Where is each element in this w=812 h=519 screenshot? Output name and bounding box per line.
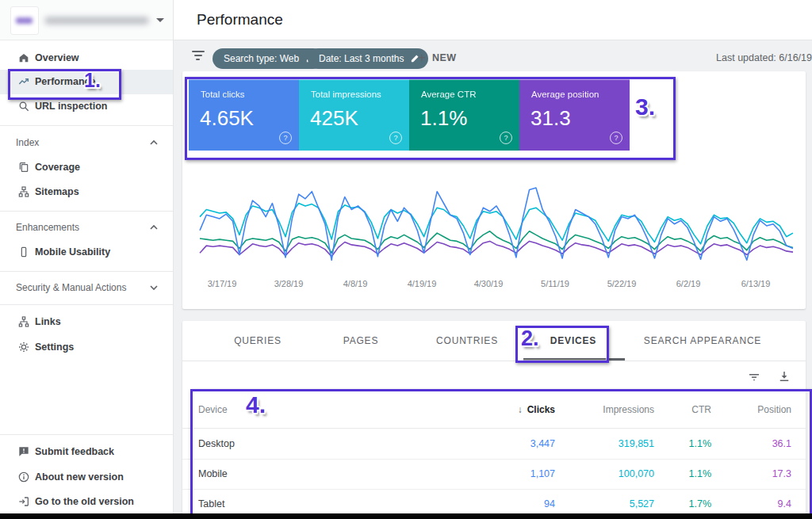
property-selector[interactable] [0,0,173,40]
sidebar-divider [0,271,173,272]
tab-search-appearance[interactable]: SEARCH APPEARANCE [644,335,761,346]
bottom-black-bar [0,513,812,519]
x-axis-tick: 4/30/19 [474,279,504,288]
tab-devices[interactable]: DEVICES [550,335,596,346]
average-position-card[interactable]: Average position 31.3 ? [519,79,630,151]
chevron-down-icon[interactable] [149,284,159,292]
search-console-app: Overview Performance URL inspection Inde… [0,0,812,519]
clicks-cell: 1,107 [530,468,555,479]
card-value: 31.3 [530,106,571,131]
sidebar-item-label: Submit feedback [35,446,114,457]
search-icon [17,100,30,113]
ctr-cell: 1.7% [689,498,712,509]
date-range-chip[interactable]: Date: Last 3 months [308,48,428,69]
help-icon[interactable]: ? [389,132,402,144]
sidebar-section-index[interactable]: Index [0,133,173,152]
device-cell: Tablet [198,498,224,509]
new-filter-button[interactable]: + NEW [418,51,457,64]
column-header-clicks[interactable]: ↓Clicks [518,404,555,415]
table-row-mobile[interactable]: Mobile 1,107 100,070 1.1% 17.3 [182,459,806,490]
chevron-up-icon[interactable] [149,223,159,231]
sidebar-item-mobile-usability[interactable]: Mobile Usability [0,240,173,265]
table-header-row: Device ↓Clicks Impressions CTR Position [182,392,806,429]
total-clicks-card[interactable]: Total clicks 4.65K ? [189,79,299,151]
sidebar-divider [0,304,173,305]
gear-icon [17,341,30,353]
sidebar-divider [0,434,173,435]
sidebar-item-links[interactable]: Links [0,310,173,334]
help-icon[interactable]: ? [500,132,512,144]
sidebar-item-performance[interactable]: Performance [0,70,173,94]
exit-to-app-icon [17,495,30,508]
sidebar-item-label: Coverage [35,162,80,173]
x-axis-tick: 4/19/19 [408,279,437,288]
average-ctr-card[interactable]: Average CTR 1.1% ? [409,79,519,151]
performance-line-chart[interactable] [197,174,796,276]
sidebar-item-label: About new version [35,471,124,483]
impressions-cell: 100,070 [619,468,654,479]
column-header-ctr[interactable]: CTR [691,404,711,415]
sidebar-item-label: Performance [35,76,95,87]
pages-icon [17,161,30,174]
sidebar-item-go-old-version[interactable]: Go to the old version [0,490,173,514]
total-impressions-card[interactable]: Total impressions 425K ? [299,79,409,151]
sidebar-item-about-new-version[interactable]: About new version [0,465,173,490]
ctr-cell: 1.1% [689,468,712,479]
sidebar-item-coverage[interactable]: Coverage [0,155,173,180]
trending-up-icon [17,75,30,88]
tab-countries[interactable]: COUNTRIES [436,335,498,346]
column-header-device[interactable]: Device [198,404,228,415]
sidebar-item-label: Sitemaps [35,186,79,197]
sidebar-item-label: Go to the old version [35,496,134,507]
x-axis-tick: 5/11/19 [541,279,569,288]
page-title: Performance [197,11,283,29]
impressions-cell: 319,851 [619,438,654,449]
download-icon[interactable] [777,369,791,384]
x-axis-tick: 5/22/19 [607,279,637,288]
card-value: 425K [310,106,358,131]
card-label: Average position [531,90,599,99]
sidebar-item-label: Mobile Usability [35,246,110,258]
card-label: Average CTR [421,90,476,99]
sidebar-item-submit-feedback[interactable]: Submit feedback [0,440,173,464]
property-caret-icon[interactable] [156,18,164,22]
sidebar-item-label: Overview [35,52,79,63]
feedback-icon [17,445,30,458]
sidebar-item-sitemaps[interactable]: Sitemaps [0,180,173,204]
impressions-cell: 5,527 [630,498,654,509]
tab-pages[interactable]: PAGES [343,335,378,346]
x-axis-tick: 4/8/19 [343,279,368,288]
help-icon[interactable]: ? [610,132,622,144]
chevron-up-icon[interactable] [149,139,159,147]
sidebar-item-overview[interactable]: Overview [0,46,173,71]
sidebar-section-security[interactable]: Security & Manual Actions [0,278,173,297]
smartphone-icon [17,246,30,258]
card-label: Total clicks [201,90,245,99]
x-axis-tick: 6/13/19 [741,279,771,288]
section-label: Index [16,137,39,148]
column-header-position[interactable]: Position [757,404,791,415]
sidebar-section-enhancements[interactable]: Enhancements [0,218,173,237]
property-logo-blurred [16,17,33,24]
sidebar-item-label: Links [35,316,61,327]
section-label: Security & Manual Actions [16,282,126,293]
clicks-cell: 94 [544,498,555,509]
chip-label: Search type: Web [224,53,299,64]
sidebar-item-url-inspection[interactable]: URL inspection [0,94,173,119]
sort-desc-icon: ↓ [518,404,523,415]
table-row-desktop[interactable]: Desktop 3,447 319,851 1.1% 36.1 [182,429,806,460]
filter-list-icon[interactable] [192,51,206,62]
sidebar-item-settings[interactable]: Settings [0,335,173,360]
table-filter-icon[interactable] [747,369,761,384]
x-axis-tick: 3/17/19 [208,279,237,288]
performance-summary-panel: Total clicks 4.65K ? Total impressions 4… [182,71,806,309]
tab-queries[interactable]: QUERIES [234,335,282,346]
property-domain-blurred [44,17,149,25]
plus-icon: + [418,51,426,64]
help-icon[interactable]: ? [279,132,292,144]
card-value: 4.65K [200,106,254,131]
chart-line-average-position [200,241,793,256]
column-header-impressions[interactable]: Impressions [603,404,654,415]
sidebar-divider [0,125,173,126]
ctr-cell: 1.1% [689,438,712,449]
